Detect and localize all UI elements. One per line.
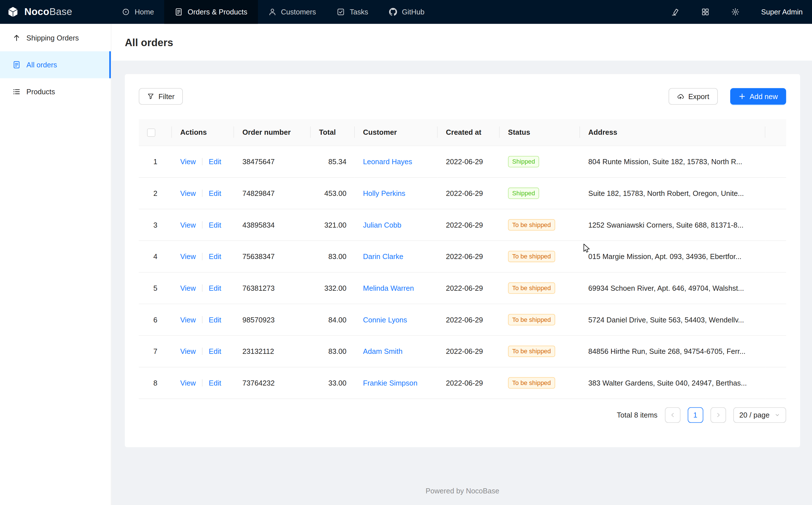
- top-nav: Home Orders & Products Customers Tasks G…: [111, 0, 435, 24]
- edit-link[interactable]: Edit: [209, 347, 221, 355]
- ui-editor-button[interactable]: [671, 8, 679, 16]
- previous-page-button[interactable]: [665, 407, 681, 423]
- next-page-button[interactable]: [711, 407, 726, 423]
- sidebar-item-shipping-orders[interactable]: Shipping Orders: [0, 24, 111, 51]
- export-label: Export: [689, 92, 709, 101]
- page-number-button[interactable]: 1: [688, 407, 703, 423]
- view-link[interactable]: View: [180, 378, 196, 387]
- view-link[interactable]: View: [180, 252, 196, 260]
- edit-link[interactable]: Edit: [209, 220, 221, 229]
- edit-link[interactable]: Edit: [209, 157, 221, 166]
- nocobase-logo-icon: [6, 5, 20, 19]
- order-number-cell: 43895834: [234, 209, 311, 240]
- address-cell: 84856 Hirthe Run, Suite 268, 94754-6705,…: [580, 335, 765, 367]
- status-tag: To be shipped: [508, 282, 555, 294]
- empty-cell: [765, 240, 786, 272]
- add-new-label: Add new: [750, 92, 778, 101]
- add-new-button[interactable]: Add new: [730, 88, 786, 105]
- chevron-left-icon: [669, 411, 675, 418]
- edit-link[interactable]: Edit: [209, 315, 221, 324]
- nav-label: Orders & Products: [188, 8, 247, 16]
- customer-link[interactable]: Melinda Warren: [363, 284, 414, 292]
- order-number-cell: 38475647: [234, 146, 311, 177]
- chevron-right-icon: [715, 411, 721, 418]
- nav-label: GitHub: [402, 8, 425, 16]
- export-button[interactable]: Export: [668, 88, 718, 105]
- customers-icon: [268, 8, 276, 16]
- row-actions: ViewEdit: [172, 209, 234, 240]
- sidebar-item-all-orders[interactable]: All orders: [0, 51, 111, 78]
- nav-item-home[interactable]: Home: [111, 0, 165, 24]
- edit-link[interactable]: Edit: [209, 189, 221, 197]
- customer-link[interactable]: Frankie Simpson: [363, 378, 417, 387]
- created-at-cell: 2022-06-29: [438, 367, 500, 398]
- status-cell: Shipped: [500, 146, 580, 177]
- table-row: 7ViewEdit2313211283.00Adam Smith2022-06-…: [139, 335, 786, 367]
- filter-button[interactable]: Filter: [139, 88, 183, 105]
- nav-item-tasks[interactable]: Tasks: [326, 0, 378, 24]
- edit-link[interactable]: Edit: [209, 252, 221, 260]
- table-row: 4ViewEdit7563834783.00Darin Clarke2022-0…: [139, 240, 786, 272]
- status-tag: To be shipped: [508, 219, 555, 230]
- customer-cell: Julian Cobb: [355, 209, 438, 240]
- orders-table: Actions Order number Total Customer Crea…: [139, 119, 786, 399]
- actions-divider: [202, 316, 203, 323]
- nocobase-logo[interactable]: NocoBase: [0, 0, 111, 24]
- view-link[interactable]: View: [180, 315, 196, 324]
- nav-label: Home: [135, 8, 154, 16]
- actions-divider: [202, 221, 203, 228]
- user-menu[interactable]: Super Admin: [761, 8, 803, 16]
- view-link[interactable]: View: [180, 347, 196, 355]
- edit-link[interactable]: Edit: [209, 284, 221, 292]
- sidebar-item-products[interactable]: Products: [0, 78, 111, 105]
- actions-divider: [202, 252, 203, 260]
- list-icon: [12, 88, 21, 96]
- nav-item-orders-products[interactable]: Orders & Products: [165, 0, 258, 24]
- nav-item-customers[interactable]: Customers: [258, 0, 326, 24]
- nav-item-github[interactable]: GitHub: [378, 0, 435, 24]
- view-link[interactable]: View: [180, 220, 196, 229]
- empty-cell: [765, 177, 786, 209]
- view-link[interactable]: View: [180, 284, 196, 292]
- page-header: All orders: [111, 24, 812, 60]
- plugins-button[interactable]: [701, 8, 709, 16]
- customer-link[interactable]: Holly Perkins: [363, 189, 405, 197]
- status-cell: Shipped: [500, 177, 580, 209]
- customer-cell: Melinda Warren: [355, 272, 438, 304]
- created-at-cell: 2022-06-29: [438, 240, 500, 272]
- select-all-checkbox[interactable]: [147, 129, 155, 137]
- table-row: 3ViewEdit43895834321.00Julian Cobb2022-0…: [139, 209, 786, 240]
- status-tag: Shipped: [508, 187, 539, 199]
- actions-divider: [202, 284, 203, 292]
- filter-icon: [147, 93, 155, 100]
- row-actions: ViewEdit: [172, 272, 234, 304]
- settings-button[interactable]: [731, 8, 739, 16]
- total-cell: 321.00: [311, 209, 355, 240]
- customer-link[interactable]: Connie Lyons: [363, 315, 407, 324]
- order-number-cell: 74829847: [234, 177, 311, 209]
- created-at-cell: 2022-06-29: [438, 146, 500, 177]
- topbar: NocoBase Home Orders & Products Customer…: [0, 0, 812, 24]
- address-cell: Suite 182, 15783, North Robert, Oregon, …: [580, 177, 765, 209]
- actions-divider: [202, 189, 203, 197]
- edit-link[interactable]: Edit: [209, 378, 221, 387]
- customer-cell: Connie Lyons: [355, 304, 438, 335]
- total-cell: 83.00: [311, 335, 355, 367]
- customer-link[interactable]: Adam Smith: [363, 347, 402, 355]
- row-index: 4: [139, 240, 172, 272]
- status-cell: To be shipped: [500, 304, 580, 335]
- page-size-select[interactable]: 20 / page: [733, 407, 786, 423]
- table-toolbar: Filter Export Add new: [139, 88, 786, 105]
- topbar-actions: Super Admin: [671, 0, 812, 24]
- row-actions: ViewEdit: [172, 177, 234, 209]
- view-link[interactable]: View: [180, 189, 196, 197]
- customer-link[interactable]: Darin Clarke: [363, 252, 403, 260]
- customer-link[interactable]: Leonard Hayes: [363, 157, 412, 166]
- orders-icon: [175, 8, 183, 16]
- column-header-actions: Actions: [172, 119, 234, 146]
- orders-card: Filter Export Add new: [125, 74, 800, 447]
- chevron-down-icon: [775, 412, 780, 417]
- view-link[interactable]: View: [180, 157, 196, 166]
- status-tag: To be shipped: [508, 314, 555, 325]
- customer-link[interactable]: Julian Cobb: [363, 220, 401, 229]
